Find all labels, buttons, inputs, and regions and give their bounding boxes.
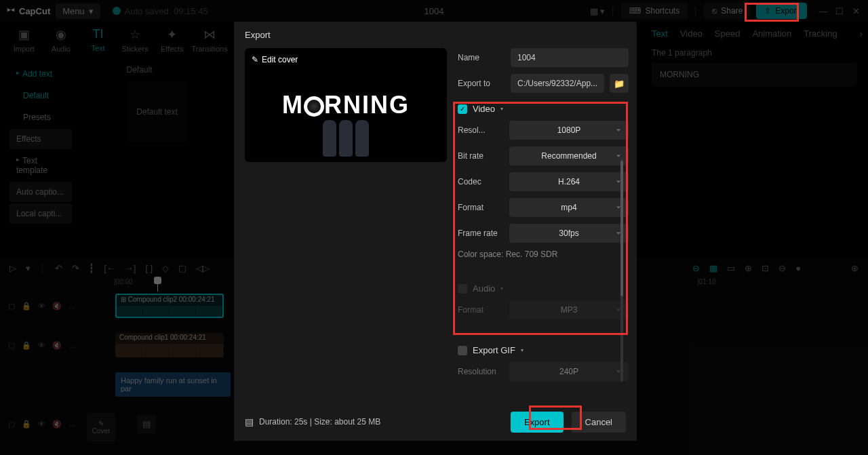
edit-cover-button[interactable]: ✎Edit cover: [252, 55, 298, 64]
scrollbar[interactable]: [620, 158, 623, 382]
export-confirm-button[interactable]: Export: [511, 412, 564, 433]
gif-resolution-select[interactable]: 240P: [509, 362, 629, 381]
format-label: Format: [458, 203, 509, 212]
audio-checkbox[interactable]: ✓: [458, 284, 467, 294]
cover-preview[interactable]: ✎Edit cover MRNING: [245, 48, 447, 162]
name-label: Name: [458, 53, 505, 62]
gif-checkbox[interactable]: ✓: [458, 346, 467, 355]
cover-text: MRNING: [282, 91, 410, 119]
color-space-note: Color space: Rec. 709 SDR: [458, 250, 629, 259]
video-section-header[interactable]: ✓ Video▾: [458, 104, 629, 114]
video-checkbox[interactable]: ✓: [458, 104, 467, 114]
chevron-down-icon: ▾: [500, 106, 503, 112]
resolution-label: Resol...: [458, 125, 509, 135]
bitrate-select[interactable]: Recommended: [509, 146, 629, 165]
framerate-select[interactable]: 30fps: [509, 224, 629, 243]
gif-section-header[interactable]: ✓ Export GIF▾: [458, 345, 629, 355]
bitrate-label: Bit rate: [458, 151, 509, 161]
film-icon: ▤: [245, 416, 254, 427]
framerate-label: Frame rate: [458, 229, 509, 238]
format-select[interactable]: mp4: [509, 198, 629, 217]
browse-folder-button[interactable]: 📁: [610, 74, 629, 93]
audio-format-select[interactable]: MP3: [509, 300, 629, 319]
cancel-button[interactable]: Cancel: [572, 412, 626, 433]
folder-icon: 📁: [614, 79, 625, 89]
name-input[interactable]: 1004: [511, 48, 629, 67]
export-to-label: Export to: [458, 79, 505, 88]
resolution-select[interactable]: 1080P: [509, 121, 629, 140]
modal-title: Export: [234, 22, 637, 48]
pencil-icon: ✎: [252, 55, 258, 64]
codec-label: Codec: [458, 177, 509, 186]
audio-section-header[interactable]: ✓ Audio▾: [458, 283, 629, 294]
export-path-input[interactable]: C:/Users/92332/App...: [511, 74, 604, 93]
export-modal: Export ✎Edit cover MRNING Name 1004 Expo…: [234, 22, 637, 441]
export-info: ▤ Duration: 25s | Size: about 25 MB: [245, 416, 380, 427]
codec-select[interactable]: H.264: [509, 172, 629, 191]
